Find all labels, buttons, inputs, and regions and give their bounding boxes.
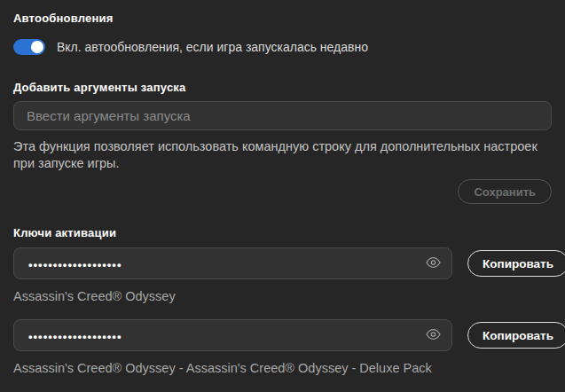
eye-icon xyxy=(426,328,441,343)
auto-update-toggle[interactable] xyxy=(13,39,45,55)
auto-updates-title: Автообновления xyxy=(13,12,552,25)
toggle-knob-icon xyxy=(31,41,43,53)
launch-args-input[interactable] xyxy=(13,101,552,130)
activation-key-row: Копировать xyxy=(13,247,552,279)
key-game-name-2: Assassin's Creed® Odyssey - Assassin's C… xyxy=(13,361,552,375)
copy-key-button-1[interactable]: Копировать xyxy=(467,250,565,277)
activation-keys-section: Ключи активации Копировать Assassin's Cr… xyxy=(13,226,552,375)
reveal-key-button-1[interactable] xyxy=(423,254,443,273)
auto-updates-section: Автообновления Вкл. автообновления, если… xyxy=(13,12,552,55)
reveal-key-button-2[interactable] xyxy=(423,325,443,345)
key-game-name-1: Assassin's Creed® Odyssey xyxy=(13,289,552,303)
save-button[interactable]: Сохранить xyxy=(458,179,552,204)
launch-args-section: Добавить аргументы запуска Эта функция п… xyxy=(13,81,552,204)
save-button-row: Сохранить xyxy=(13,179,552,204)
launch-args-description: Эта функция позволяет использовать коман… xyxy=(13,138,545,172)
game-settings-panel: Автообновления Вкл. автообновления, если… xyxy=(0,0,565,392)
auto-update-toggle-row: Вкл. автообновления, если игра запускала… xyxy=(13,39,552,55)
copy-key-button-2[interactable]: Копировать xyxy=(467,322,565,349)
auto-update-toggle-label: Вкл. автообновления, если игра запускала… xyxy=(57,40,368,54)
activation-key-row: Копировать xyxy=(13,319,552,351)
activation-key-field-2 xyxy=(13,319,452,351)
activation-key-input-1[interactable] xyxy=(14,248,451,278)
launch-args-title: Добавить аргументы запуска xyxy=(13,81,552,94)
eye-icon xyxy=(426,256,441,271)
activation-keys-title: Ключи активации xyxy=(13,226,552,239)
activation-key-input-2[interactable] xyxy=(14,320,451,350)
activation-key-field-1 xyxy=(13,247,452,279)
